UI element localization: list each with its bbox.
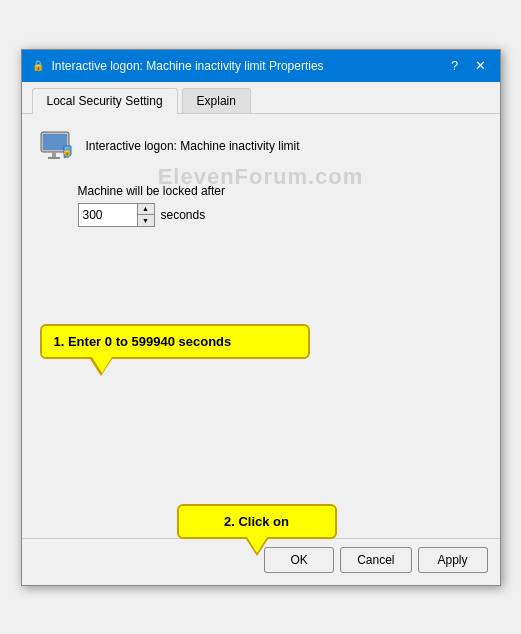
svg-rect-2 [52,152,56,157]
close-button[interactable]: ✕ [470,56,492,76]
content-area: ElevenForum.com 🔒 Interactive logon: Mac… [22,114,500,534]
apply-button[interactable]: Apply [418,547,488,573]
spinner-down-arrow[interactable]: ▼ [138,215,154,226]
spinner-arrows: ▲ ▼ [137,204,154,226]
spinner-input[interactable] [79,204,137,226]
ok-button[interactable]: OK [264,547,334,573]
title-bar-icon: 🔒 [30,58,46,74]
spinner-label: Machine will be locked after [78,184,484,198]
spinner-up-arrow[interactable]: ▲ [138,204,154,215]
dialog-window: 🔒 Interactive logon: Machine inactivity … [21,49,501,586]
callout-2: 2. Click on [177,504,337,539]
svg-text:🔒: 🔒 [61,146,71,156]
callout-1-text: 1. Enter 0 to 599940 seconds [54,334,232,349]
security-icon: 🔒 [38,128,76,166]
help-button[interactable]: ? [444,56,466,76]
cancel-button[interactable]: Cancel [340,547,411,573]
dialog-title: Interactive logon: Machine inactivity li… [52,59,324,73]
spinner-input-wrap: ▲ ▼ [78,203,155,227]
callout-2-text: 2. Click on [224,514,289,529]
title-bar: 🔒 Interactive logon: Machine inactivity … [22,50,500,82]
title-bar-left: 🔒 Interactive logon: Machine inactivity … [30,58,324,74]
security-header: 🔒 Interactive logon: Machine inactivity … [38,128,484,166]
tabs-area: Local Security Setting Explain [22,82,500,114]
title-bar-controls: ? ✕ [444,56,492,76]
tab-local-security-setting[interactable]: Local Security Setting [32,88,178,114]
security-title: Interactive logon: Machine inactivity li… [86,138,300,155]
tab-explain[interactable]: Explain [182,88,251,113]
spinner-section: Machine will be locked after ▲ ▼ seconds [78,184,484,227]
callout-1: 1. Enter 0 to 599940 seconds [40,324,310,359]
seconds-label: seconds [161,208,206,222]
svg-rect-3 [48,157,60,159]
spinner-row: ▲ ▼ seconds [78,203,484,227]
